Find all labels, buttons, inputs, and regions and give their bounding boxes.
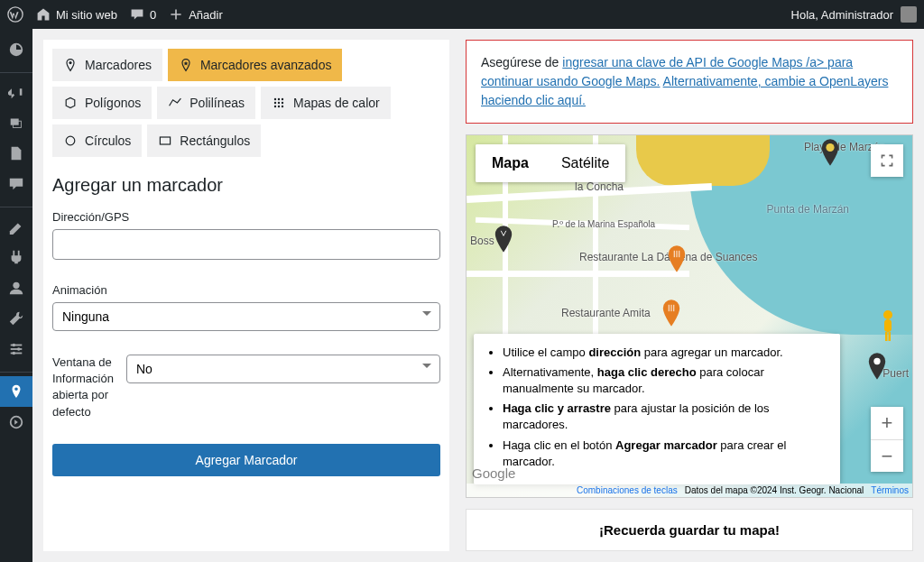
comments-link[interactable]: 0	[130, 7, 156, 22]
poi-pin-icon	[661, 299, 681, 327]
svg-point-16	[278, 102, 280, 104]
svg-point-12	[274, 98, 276, 100]
address-label: Dirección/GPS	[52, 210, 440, 224]
svg-rect-1	[11, 119, 19, 125]
attrib-terms[interactable]: Términos	[871, 485, 909, 495]
main-content: Marcadores Marcadores avanzados Polígono…	[32, 29, 924, 562]
map-canvas[interactable]: Playa de Marzán la Concha Punta de Marzá…	[466, 134, 913, 498]
user-greeting[interactable]: Hola, Administrador	[791, 6, 917, 23]
svg-rect-26	[884, 319, 892, 332]
greeting-text: Hola, Administrador	[791, 8, 893, 22]
svg-rect-28	[889, 332, 892, 341]
tab-markers[interactable]: Marcadores	[52, 49, 162, 81]
sidebar-pages[interactable]	[0, 138, 32, 169]
poi-pin-icon	[867, 353, 887, 380]
circle-icon	[63, 134, 78, 148]
tip-1: Utilice el campo dirección para agregar …	[503, 345, 827, 361]
address-input[interactable]	[52, 229, 440, 260]
map-attribution: Combinaciones de teclas Datos del mapa ©…	[467, 484, 912, 497]
tab-advanced-label: Marcadores avanzados	[200, 58, 332, 72]
sidebar-users[interactable]	[0, 272, 32, 303]
polyline-icon	[168, 96, 182, 110]
svg-point-21	[66, 136, 75, 145]
sidebar-collapse[interactable]	[0, 407, 32, 438]
poi-pin-icon	[820, 139, 840, 166]
marker-icon	[63, 58, 78, 72]
sidebar-dashboard[interactable]	[0, 34, 32, 65]
site-link[interactable]: Mi sitio web	[36, 7, 117, 22]
drawing-tabs: Marcadores Marcadores avanzados Polígono…	[52, 49, 440, 157]
sidebar-plugins[interactable]	[0, 242, 32, 272]
map-beach	[636, 135, 770, 186]
tab-heatmaps[interactable]: Mapas de calor	[261, 87, 391, 119]
svg-point-7	[13, 344, 16, 347]
tab-circles-label: Círculos	[85, 134, 131, 148]
poi-marina: P.º de la Marina Española	[552, 219, 655, 229]
comment-count: 0	[150, 8, 156, 22]
attrib-data: Datos del mapa ©2024 Inst. Geogr. Nacion…	[685, 485, 864, 495]
attrib-shortcuts[interactable]: Combinaciones de teclas	[577, 485, 678, 495]
poi-punta: Punta de Marzán	[767, 203, 849, 216]
animation-label: Animación	[52, 283, 440, 297]
svg-point-11	[69, 61, 71, 64]
map-fullscreen-button[interactable]	[871, 144, 903, 177]
svg-point-25	[883, 310, 892, 319]
sidebar-tools[interactable]	[0, 303, 32, 334]
poi-pin-icon	[667, 245, 687, 272]
poi-concha: la Concha	[575, 180, 624, 193]
tab-heatmaps-label: Mapas de calor	[293, 96, 380, 110]
wp-logo[interactable]	[7, 6, 23, 23]
tab-rectangles-label: Rectángulos	[180, 134, 250, 148]
rectangle-icon	[158, 134, 172, 148]
svg-point-13	[278, 98, 280, 100]
sidebar-comments[interactable]	[0, 169, 32, 199]
tab-advanced-markers[interactable]: Marcadores avanzados	[168, 49, 343, 81]
sidebar-posts[interactable]	[0, 77, 32, 107]
admin-sidebar	[0, 29, 32, 562]
advanced-marker-icon	[179, 58, 193, 72]
site-name: Mi sitio web	[56, 8, 117, 22]
svg-point-24	[873, 358, 880, 364]
map-type-satellite[interactable]: Satélite	[545, 144, 625, 182]
warning-prefix: Asegúrese de	[481, 55, 562, 69]
sidebar-maps[interactable]	[0, 376, 32, 407]
tip-4: Haga clic en el botón Agregar marcador p…	[503, 438, 827, 470]
tab-rectangles[interactable]: Rectángulos	[147, 124, 261, 157]
tab-polygons[interactable]: Polígonos	[52, 87, 152, 119]
sidebar-media[interactable]	[0, 107, 32, 138]
tab-polylines[interactable]: Polilíneas	[157, 87, 255, 119]
tips-bubble: Utilice el campo dirección para agregar …	[474, 334, 840, 484]
admin-bar: Mi sitio web 0 Añadir Hola, Administrado…	[0, 0, 924, 29]
tab-circles[interactable]: Círculos	[52, 124, 142, 157]
svg-point-17	[282, 102, 283, 104]
svg-point-19	[278, 106, 280, 107]
add-new-link[interactable]: Añadir	[169, 7, 223, 22]
add-marker-button[interactable]: Agregar Marcador	[52, 444, 440, 476]
poi-pin-icon	[494, 226, 513, 253]
api-key-warning: Asegúrese de ingresar una clave de API d…	[466, 40, 913, 124]
svg-point-9	[13, 352, 16, 355]
svg-point-3	[13, 282, 19, 289]
map-type-map[interactable]: Mapa	[476, 144, 545, 182]
infowindow-label: Ventana de Información abierta por defec…	[52, 355, 116, 420]
map-pegman[interactable]	[874, 308, 901, 344]
svg-rect-22	[161, 137, 171, 144]
tab-polygons-label: Polígonos	[85, 96, 141, 110]
map-zoom-in[interactable]: +	[871, 407, 903, 439]
map-zoom-out[interactable]: −	[871, 439, 903, 472]
svg-point-20	[282, 106, 283, 107]
map-zoom-control: + −	[871, 407, 903, 472]
sidebar-appearance[interactable]	[0, 211, 32, 242]
tab-markers-label: Marcadores	[85, 58, 152, 72]
poi-boss: Boss	[470, 235, 494, 247]
save-reminder: ¡Recuerda guardar tu mapa!	[466, 509, 913, 551]
tab-polylines-label: Polilíneas	[189, 96, 245, 110]
animation-select[interactable]: Ninguna	[52, 302, 440, 331]
infowindow-select[interactable]: No	[126, 355, 440, 383]
avatar	[901, 6, 917, 23]
svg-point-0	[8, 7, 23, 22]
poi-amita: Restaurante Amita	[561, 307, 651, 319]
sidebar-settings[interactable]	[0, 334, 32, 364]
svg-point-18	[274, 106, 276, 107]
svg-rect-27	[885, 332, 888, 341]
